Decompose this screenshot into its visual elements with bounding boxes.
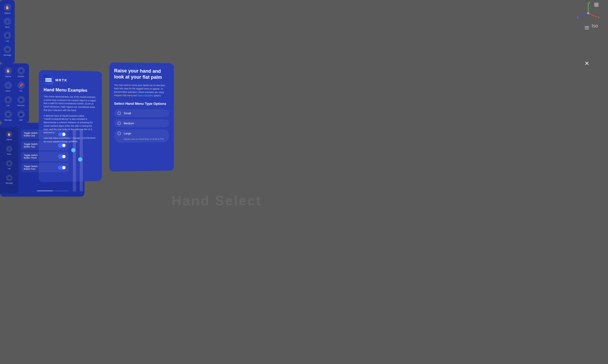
panel-raise-title: Raise your hand and look at your flat pa… — [114, 68, 169, 81]
logo-area: MRTK — [44, 75, 97, 86]
radio-large[interactable] — [117, 132, 121, 135]
small-menu-item-message[interactable]: ✉ Message — [3, 44, 12, 58]
large-menu-item-move[interactable]: ⊹ Move — [0, 143, 18, 158]
medium-menu-item-remove[interactable]: ⊖ Remove — [15, 94, 27, 108]
scrollbar[interactable] — [37, 190, 69, 191]
iso-label: Iso — [585, 22, 598, 29]
large-menu-item-objects[interactable]: ✋ Objects — [0, 129, 18, 143]
logo-box — [44, 75, 53, 85]
pitch-slider-handle[interactable] — [71, 148, 75, 152]
add-icon: ⊕ — [17, 111, 25, 118]
hand-select-label: Hand Select — [172, 193, 262, 209]
medium-menu-item-objects[interactable]: ✋ Objects — [2, 65, 14, 79]
panel-raise-desc: You may need to move your hands out of v… — [114, 83, 169, 98]
x-axis-label: x — [598, 16, 600, 19]
toggle-switch-4[interactable] — [58, 166, 66, 170]
option-medium[interactable]: Medium — [114, 119, 169, 127]
toggle-switch-3[interactable] — [58, 154, 66, 159]
objects-icon: ✋ — [6, 131, 12, 138]
remove-icon: ⊖ — [17, 96, 25, 103]
large-menu-item-list[interactable]: ☰ List — [0, 158, 18, 172]
logo-text: MRTK — [55, 78, 68, 82]
svg-point-3 — [587, 12, 589, 14]
large-menu-item-message[interactable]: ✉ Message — [0, 172, 18, 187]
hamburger-icon — [585, 22, 590, 29]
medium-menu-item-add[interactable]: ⊕ Add — [15, 109, 27, 122]
panel-medium-menu: ✋ Objects ↺ Refresh ⊹ Move 📌 Pin ☰ List … — [0, 63, 29, 123]
small-menu-item-list[interactable]: ☰ List — [3, 30, 12, 44]
option-small[interactable]: Small — [114, 109, 169, 117]
panel-info-title: Hand Menu Examples — [44, 87, 97, 93]
scene: y x z Iso × Hand Select MRTK — [0, 0, 608, 364]
list-icon: ☰ — [6, 160, 12, 167]
list-icon: ☰ — [4, 32, 11, 39]
large-menu-body: ✋ Objects ⊹ Move ☰ List ✉ Message — [0, 127, 84, 193]
objects-icon: ✋ — [4, 67, 12, 74]
small-menu-item-objects[interactable]: ✋ Objects — [3, 2, 12, 16]
message-icon: ✉ — [6, 175, 12, 181]
move-icon: ⊹ — [6, 146, 12, 152]
large-menu-sidebar: ✋ Objects ⊹ Move ☰ List ✉ Message — [0, 127, 18, 193]
medium-menu-item-pin[interactable]: 📌 Pin — [15, 80, 27, 93]
panel-info-desc1: This scene demonstrates use of the HandC… — [44, 95, 97, 112]
y-axis-label: y — [589, 1, 590, 4]
toggle-row-3: Toggle Switch Button Three — [21, 152, 69, 161]
toggle-row-1: Toggle Switch Button One — [21, 130, 69, 139]
svg-rect-4 — [594, 3, 598, 7]
svg-line-2 — [579, 13, 588, 17]
medium-menu-item-list[interactable]: ☰ List — [2, 94, 14, 108]
toggle-row-2: Toggle Switch Button Two — [21, 141, 69, 150]
message-icon: ✉ — [4, 111, 12, 118]
objects-icon: ✋ — [4, 4, 11, 11]
panel-small-menu: ✋ Objects ⊹ Move ☰ List ✉ Message — [0, 0, 15, 63]
panel-raise-section-title: Select Hand Menu Type Options — [114, 102, 169, 106]
toggle-row-4: Toggle Switch Button Four — [21, 163, 69, 172]
radio-small[interactable] — [117, 111, 121, 115]
pin-icon: 📌 — [17, 82, 25, 89]
svg-line-1 — [588, 13, 597, 17]
refresh-icon: ↺ — [17, 67, 25, 74]
panel-large-menu: Pitch Roll ✋ Objects ⊹ Move ☰ List ✉ — [0, 123, 84, 197]
large-menu-content: Toggle Switch Button One Toggle Switch B… — [18, 127, 71, 193]
panel-raise: Raise your hand and look at your flat pa… — [109, 62, 174, 171]
small-menu-item-move[interactable]: ⊹ Move — [3, 16, 12, 30]
medium-menu-item-message[interactable]: ✉ Message — [2, 109, 14, 122]
medium-menu-item-move[interactable]: ⊹ Move — [2, 80, 14, 93]
toggle-switch-1[interactable] — [58, 132, 66, 136]
toggle-switch-2[interactable] — [58, 143, 66, 148]
roll-slider-handle[interactable] — [78, 157, 82, 162]
option-large[interactable]: Large World Lock on Hand drop or Grab & … — [114, 129, 169, 143]
medium-menu-item-refresh[interactable]: ↺ Refresh — [15, 65, 27, 79]
list-icon: ☰ — [4, 96, 12, 103]
axes-widget: y x z — [576, 1, 600, 25]
message-icon: ✉ — [4, 46, 11, 53]
close-button[interactable]: × — [582, 58, 592, 69]
sliders-area — [71, 127, 84, 193]
z-axis-label: z — [577, 16, 578, 19]
radio-medium[interactable] — [117, 122, 121, 125]
move-icon: ⊹ — [4, 82, 12, 89]
move-icon: ⊹ — [4, 18, 11, 25]
